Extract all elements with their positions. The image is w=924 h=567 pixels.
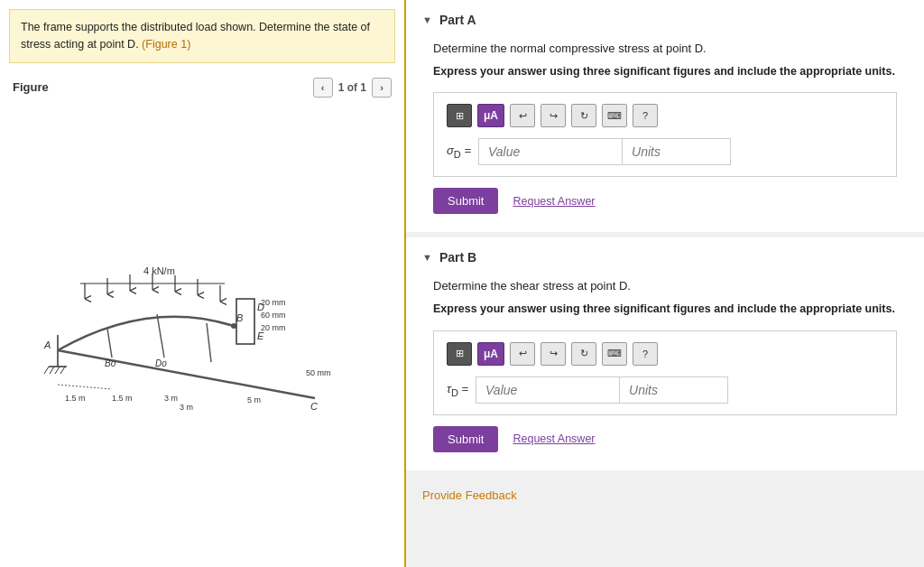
figure-area: Figure ‹ 1 of 1 › (0, 72, 404, 568)
part-b-value-input[interactable] (476, 376, 620, 404)
help-button-b[interactable]: ? (633, 342, 658, 366)
part-b-submit-button[interactable]: Submit (433, 426, 498, 452)
svg-line-28 (58, 385, 112, 389)
part-a-units-input[interactable] (623, 138, 731, 165)
svg-text:20 mm: 20 mm (261, 323, 286, 332)
part-b-content: Determine the shear stress at point D. E… (406, 274, 924, 469)
svg-line-5 (60, 367, 65, 374)
svg-line-8 (157, 314, 164, 358)
keyboard-button-b[interactable]: ⌨ (602, 342, 627, 366)
svg-text:1.5 m: 1.5 m (65, 394, 86, 403)
part-b-header[interactable]: ▼ Part B (406, 237, 924, 274)
next-figure-button[interactable]: › (372, 78, 392, 98)
part-b-input-row: τD = (447, 376, 883, 404)
problem-statement: The frame supports the distributed load … (9, 9, 395, 63)
part-b-section: ▼ Part B Determine the shear stress at p… (406, 237, 924, 469)
figure-nav: ‹ 1 of 1 › (313, 78, 392, 98)
svg-text:3 m: 3 m (180, 403, 193, 412)
svg-line-2 (44, 367, 49, 374)
grid-button-b[interactable]: ⊞ (447, 342, 472, 366)
mu-button-b[interactable]: μA (477, 342, 504, 366)
feedback-link[interactable]: Provide Feedback (406, 476, 924, 515)
figure-nav-label: 1 of 1 (338, 81, 366, 94)
part-a-input-row: σD = (447, 138, 883, 165)
figure-header: Figure ‹ 1 of 1 › (9, 72, 395, 103)
part-b-units-input[interactable] (620, 376, 728, 404)
part-b-input-label: τD = (447, 382, 468, 398)
part-b-toolbar: ⊞ μA ↩ ↪ ↻ ⌨ ? (447, 342, 883, 366)
refresh-button-a[interactable]: ↻ (571, 104, 596, 127)
left-panel: The frame supports the distributed load … (0, 0, 406, 567)
part-a-section: ▼ Part A Determine the normal compressiv… (406, 0, 924, 232)
part-a-content: Determine the normal compressive stress … (406, 36, 924, 232)
part-b-answer-box: ⊞ μA ↩ ↪ ↻ ⌨ ? τD = (433, 330, 897, 415)
figure-diagram: B A D E 20 mm 60 mm 20 mm 4 kN/m (40, 249, 365, 412)
svg-text:50 mm: 50 mm (306, 368, 331, 377)
part-a-value-input[interactable] (478, 138, 623, 165)
part-a-input-label: σD = (447, 144, 471, 160)
svg-text:Do: Do (155, 358, 167, 368)
part-a-toolbar: ⊞ μA ↩ ↪ ↻ ⌨ ? (447, 104, 883, 127)
part-b-action-row: Submit Request Answer (433, 426, 897, 452)
part-a-header[interactable]: ▼ Part A (406, 0, 924, 36)
prev-figure-button[interactable]: ‹ (313, 78, 333, 98)
part-a-description: Determine the normal compressive stress … (433, 40, 897, 58)
part-a-answer-box: ⊞ μA ↩ ↪ ↻ ⌨ ? σD = (433, 92, 897, 177)
svg-line-4 (55, 367, 60, 374)
svg-text:A: A (43, 339, 51, 350)
svg-text:1.5 m: 1.5 m (112, 394, 133, 403)
svg-line-3 (50, 367, 54, 374)
grid-button-a[interactable]: ⊞ (447, 104, 472, 127)
svg-text:5 m: 5 m (247, 395, 261, 404)
help-button-a[interactable]: ? (633, 104, 658, 127)
svg-point-10 (231, 323, 236, 329)
mu-button-a[interactable]: μA (477, 104, 504, 127)
svg-text:B: B (236, 312, 243, 323)
part-a-label: Part A (439, 13, 476, 27)
part-b-chevron-icon: ▼ (422, 252, 432, 263)
svg-text:C: C (310, 401, 318, 412)
svg-text:3 m: 3 m (164, 394, 178, 403)
svg-text:Bo: Bo (105, 358, 116, 368)
keyboard-button-a[interactable]: ⌨ (602, 104, 627, 127)
undo-button-b[interactable]: ↩ (510, 342, 535, 366)
svg-text:4 kN/m: 4 kN/m (143, 265, 175, 276)
part-b-label: Part B (439, 250, 476, 265)
part-a-request-link[interactable]: Request Answer (513, 195, 595, 208)
part-a-instruction: Express your answer using three signific… (433, 63, 897, 80)
svg-line-9 (207, 323, 211, 362)
part-a-submit-button[interactable]: Submit (433, 188, 498, 214)
part-b-instruction: Express your answer using three signific… (433, 301, 897, 318)
svg-text:20 mm: 20 mm (261, 298, 286, 307)
svg-text:60 mm: 60 mm (261, 311, 286, 320)
undo-button-a[interactable]: ↩ (510, 104, 535, 127)
part-a-action-row: Submit Request Answer (433, 188, 897, 214)
figure-label: Figure (13, 80, 49, 94)
problem-text: The frame supports the distributed load … (21, 21, 370, 51)
svg-line-7 (107, 329, 112, 358)
svg-line-6 (58, 350, 315, 398)
redo-button-a[interactable]: ↪ (541, 104, 566, 127)
refresh-button-b[interactable]: ↻ (571, 342, 596, 366)
part-a-chevron-icon: ▼ (422, 14, 432, 25)
figure-reference[interactable]: (Figure 1) (142, 38, 190, 51)
part-b-request-link[interactable]: Request Answer (513, 432, 595, 445)
right-panel: ▼ Part A Determine the normal compressiv… (406, 0, 924, 567)
part-b-description: Determine the shear stress at point D. (433, 277, 897, 295)
redo-button-b[interactable]: ↪ (541, 342, 566, 366)
figure-image: B A D E 20 mm 60 mm 20 mm 4 kN/m (9, 103, 395, 559)
